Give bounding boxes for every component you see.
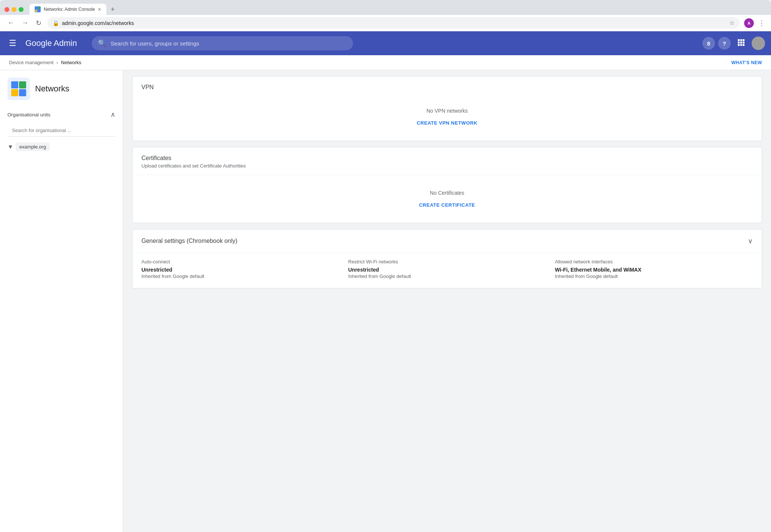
svg-rect-7 [738,41,740,43]
org-tree-toggle-icon[interactable]: ▼ [7,144,13,150]
apps-grid-button[interactable] [734,36,749,51]
setting-label-autoconnect: Auto-connect [141,259,339,265]
search-bar: 🔍 [92,36,353,50]
org-units-label: Organisational units [7,112,50,118]
address-box[interactable]: 🔒 admin.google.com/ac/networks ☆ [47,17,740,29]
setting-item-allowed-interfaces: Allowed network interfaces Wi-Fi, Ethern… [555,259,753,279]
svg-rect-3 [38,10,40,12]
breadcrumb: Device management › Networks [9,60,81,65]
certificates-empty-state: No Certificates CREATE CERTIFICATE [132,175,762,223]
setting-value-restrict-wifi: Unrestricted [348,267,546,273]
logo-text: Google Admin [25,38,77,48]
setting-value-allowed-interfaces: Wi-Fi, Ethernet Mobile, and WiMAX [555,267,753,273]
svg-rect-0 [35,7,37,9]
setting-item-restrict-wifi: Restrict Wi-Fi networks Unrestricted Inh… [348,259,546,279]
org-tree-item-label[interactable]: example.org [16,143,50,151]
org-units-section: Organisational units ∧ ▼ example.org [7,109,115,153]
browser-menu-icon[interactable]: ⋮ [758,19,765,27]
create-certificate-link[interactable]: CREATE CERTIFICATE [419,202,475,208]
breadcrumb-current: Networks [61,60,81,65]
settings-grid: Auto-connect Unrestricted Inherited from… [141,259,753,279]
svg-rect-6 [743,39,745,41]
hamburger-menu-button[interactable]: ☰ [6,35,19,51]
vpn-section: VPN No VPN networks CREATE VPN NETWORK [132,76,762,141]
close-traffic-light[interactable] [4,7,9,12]
active-tab[interactable]: Networks: Admin Console × [29,4,106,15]
certificates-empty-text: No Certificates [141,190,753,196]
content-area: VPN No VPN networks CREATE VPN NETWORK C… [123,70,771,532]
setting-sub-allowed-interfaces: Inherited from Google default [555,273,753,279]
whats-new-link[interactable]: WHAT'S NEW [731,60,762,65]
sidebar: Networks Organisational units ∧ ▼ exampl… [0,70,123,532]
browser-chrome: Networks: Admin Console × + ← → ↻ 🔒 admi… [0,0,771,532]
certificates-section: Certificates Upload certificates and set… [132,147,762,223]
org-units-chevron-icon: ∧ [110,110,115,119]
tab-favicon [35,6,41,12]
svg-rect-8 [740,41,742,43]
certificates-section-subtitle: Upload certificates and set Certificate … [141,163,753,169]
svg-rect-1 [38,7,40,9]
search-icon: 🔍 [98,39,106,47]
sidebar-header: Networks [7,78,115,100]
setting-label-restrict-wifi: Restrict Wi-Fi networks [348,259,546,265]
org-search-input[interactable] [7,125,115,137]
certificates-section-header: Certificates Upload certificates and set… [132,147,762,175]
setting-value-autoconnect: Unrestricted [141,267,339,273]
setting-label-allowed-interfaces: Allowed network interfaces [555,259,753,265]
icon-cell-1 [11,81,18,88]
tab-close-button[interactable]: × [98,7,101,12]
support-icon-button[interactable]: 8 [702,37,715,50]
minimize-traffic-light[interactable] [12,7,16,12]
bookmark-icon[interactable]: ☆ [729,19,734,26]
setting-sub-autoconnect: Inherited from Google default [141,273,339,279]
vpn-empty-text: No VPN networks [141,108,753,114]
breadcrumb-parent-link[interactable]: Device management [9,60,53,65]
search-input[interactable] [110,40,347,47]
back-button[interactable]: ← [6,18,16,28]
general-settings-section: General settings (Chromebook only) ∨ Aut… [132,229,762,288]
general-settings-header[interactable]: General settings (Chromebook only) ∨ [132,229,762,253]
search-input-wrapper[interactable]: 🔍 [92,36,353,50]
vpn-section-header: VPN [132,76,762,97]
help-icon-button[interactable]: ? [718,37,731,50]
traffic-lights [4,7,24,12]
setting-item-autoconnect: Auto-connect Unrestricted Inherited from… [141,259,339,279]
org-search [7,125,115,137]
vpn-empty-state: No VPN networks CREATE VPN NETWORK [132,97,762,141]
browser-title-bar: Networks: Admin Console × + [0,0,771,15]
maximize-traffic-light[interactable] [19,7,24,12]
svg-rect-4 [738,39,740,41]
user-avatar[interactable] [752,37,765,50]
org-tree: ▼ example.org [7,141,115,153]
browser-tabs: Networks: Admin Console × + [29,4,118,15]
networks-icon [7,78,30,100]
browser-address-bar: ← → ↻ 🔒 admin.google.com/ac/networks ☆ A… [0,15,771,31]
org-tree-item[interactable]: ▼ example.org [7,141,115,153]
networks-icon-grid [11,81,26,96]
org-units-header[interactable]: Organisational units ∧ [7,109,115,120]
svg-rect-2 [35,10,37,12]
tab-title: Networks: Admin Console [44,7,95,12]
url-display: admin.google.com/ac/networks [62,20,726,26]
main-layout: Networks Organisational units ∧ ▼ exampl… [0,70,771,532]
breadcrumb-separator: › [56,60,58,65]
icon-cell-3 [11,89,18,96]
icon-cell-4 [19,89,26,96]
general-settings-title: General settings (Chromebook only) [141,238,237,244]
admin-header: ☰ Google Admin 🔍 8 ? [0,31,771,55]
icon-cell-2 [19,81,26,88]
svg-rect-10 [738,44,740,46]
browser-user-avatar[interactable]: A [744,18,754,28]
refresh-button[interactable]: ↻ [34,18,43,29]
setting-sub-restrict-wifi: Inherited from Google default [348,273,546,279]
new-tab-button[interactable]: + [108,4,118,15]
breadcrumb-bar: Device management › Networks WHAT'S NEW [0,55,771,70]
svg-rect-9 [743,41,745,43]
create-vpn-link[interactable]: CREATE VPN NETWORK [417,120,478,126]
header-actions: 8 ? [702,36,765,51]
vpn-section-title: VPN [141,84,753,91]
forward-button[interactable]: → [20,18,30,28]
general-settings-body: Auto-connect Unrestricted Inherited from… [132,253,762,288]
general-settings-chevron-icon: ∨ [748,237,753,245]
apps-grid-icon [737,39,745,48]
